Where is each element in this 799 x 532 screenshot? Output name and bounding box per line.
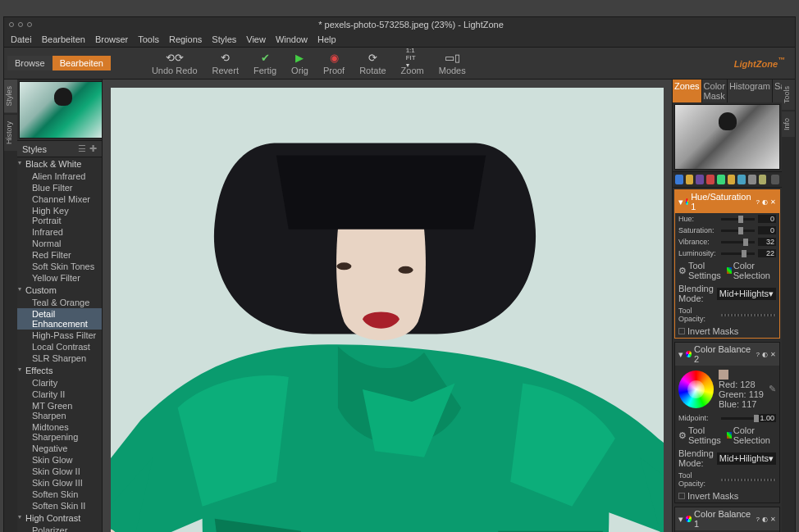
rtab-histogram[interactable]: Histogram [728, 80, 773, 102]
color-balance-1-header[interactable]: ▾ Color Balance 1 ? ◐ ✕ [675, 507, 779, 530]
style-item-skin-glow[interactable]: Skin Glow [17, 454, 102, 466]
hue-saturation-header[interactable]: ▾ Hue/Saturation 1 ? ◐ ✕ [675, 190, 779, 213]
color-wheel-picker[interactable] [678, 371, 714, 408]
menu-regions[interactable]: Regions [169, 34, 202, 44]
style-item-teal-orange[interactable]: Teal & Orange [17, 297, 102, 308]
add-icon[interactable]: ✚ [89, 143, 97, 154]
saturation-slider[interactable]: Saturation:0 [675, 225, 779, 236]
toggle-icon[interactable]: ◐ [762, 516, 768, 523]
style-item-high-pass-filter[interactable]: High-Pass Filter [17, 330, 102, 341]
menu-window[interactable]: Window [276, 34, 308, 44]
blending-mode-dropdown[interactable]: Blending Mode:Mid+Hilights▾ [675, 282, 779, 305]
invert-masks-checkbox[interactable] [678, 493, 685, 499]
help-icon[interactable]: ? [756, 198, 760, 206]
style-group-high-contrast[interactable]: High Contrast [17, 512, 102, 525]
close-icon[interactable]: ✕ [770, 198, 776, 206]
menu-browser[interactable]: Browser [95, 34, 128, 44]
proof-button[interactable]: ◉Proof [323, 51, 345, 75]
tool-settings-tab[interactable]: ⚙ Tool Settings [678, 425, 722, 445]
toggle-icon[interactable]: ◐ [762, 351, 768, 358]
menu-bearbeiten[interactable]: Bearbeiten [42, 34, 85, 44]
style-item-soften-skin[interactable]: Soften Skin [17, 489, 102, 500]
tab-browse[interactable]: Browse [7, 56, 53, 70]
style-item-soften-skin-ii[interactable]: Soften Skin II [17, 500, 102, 512]
vibrance-slider[interactable]: Vibrance:32 [675, 236, 779, 248]
tool-opacity-slider[interactable]: Tool Opacity: [675, 470, 779, 489]
eyedropper-icon[interactable]: ✎ [769, 384, 776, 394]
rotate-button[interactable]: ⟳Rotate [359, 51, 386, 75]
styles-tree[interactable]: Black & WhiteAlien InfraredBlue FilterCh… [17, 157, 102, 532]
style-item-red-filter[interactable]: Red Filter [17, 249, 102, 261]
style-item-local-contrast[interactable]: Local Contrast [17, 341, 102, 352]
close-icon[interactable]: ✕ [770, 351, 776, 358]
vtab-history[interactable]: History [4, 115, 17, 151]
tool-icon[interactable] [686, 175, 694, 184]
tool-opacity-slider[interactable]: Tool Opacity: [675, 305, 779, 325]
zoom-button[interactable]: 1:1 FIT ▾Zoom [401, 51, 424, 75]
toggle-icon[interactable]: ◐ [762, 198, 768, 206]
rtab-color-mask[interactable]: Color Mask [702, 80, 728, 102]
window-controls[interactable] [9, 22, 32, 27]
menu-icon[interactable]: ☰ [78, 143, 86, 154]
tool-icon[interactable] [728, 175, 736, 184]
help-icon[interactable]: ? [756, 516, 760, 523]
delete-icon[interactable] [771, 175, 779, 184]
undo-redo-button[interactable]: ⟲⟳Undo Redo [152, 51, 198, 75]
tool-icon[interactable] [748, 175, 756, 184]
style-item-normal[interactable]: Normal [17, 238, 102, 249]
menu-help[interactable]: Help [317, 34, 336, 44]
style-item-midtones-sharpening[interactable]: Midtones Sharpening [17, 421, 102, 443]
rtab-zones[interactable]: Zones [673, 80, 702, 102]
style-item-polarizer[interactable]: Polarizer [17, 525, 102, 532]
rtab-sampler[interactable]: Sampler [773, 80, 782, 102]
vtab-info[interactable]: Info [782, 111, 795, 137]
revert-button[interactable]: ⟲Revert [212, 51, 239, 75]
tool-icon[interactable] [696, 175, 704, 184]
menu-view[interactable]: View [246, 34, 266, 44]
style-group-custom[interactable]: Custom [17, 284, 102, 297]
menu-styles[interactable]: Styles [212, 34, 236, 44]
tool-icon[interactable] [717, 175, 725, 184]
hue-slider[interactable]: Hue:0 [675, 213, 779, 225]
midpoint-slider[interactable]: Midpoint:1.00 [675, 412, 779, 424]
color-selection-tab[interactable]: Color Selection [727, 261, 776, 280]
help-icon[interactable]: ? [756, 351, 760, 358]
style-item-negative[interactable]: Negative [17, 443, 102, 454]
tool-icon[interactable] [706, 175, 715, 184]
color-selection-tab[interactable]: Color Selection [727, 425, 776, 445]
style-item-infrared[interactable]: Infrared [17, 226, 102, 238]
style-item-alien-infrared[interactable]: Alien Infrared [17, 171, 102, 182]
luminosity-slider[interactable]: Luminosity:22 [675, 248, 779, 259]
blending-mode-dropdown[interactable]: Blending Mode:Mid+Hilights▾ [675, 447, 779, 470]
style-item-slr-sharpen[interactable]: SLR Sharpen [17, 352, 102, 364]
menu-tools[interactable]: Tools [138, 34, 159, 44]
tab-edit[interactable]: Bearbeiten [53, 56, 111, 70]
style-item-detail-enhancement[interactable]: Detail Enhancement [17, 308, 102, 330]
style-item-clarity[interactable]: Clarity [17, 377, 102, 389]
style-item-high-key-portrait[interactable]: High Key Portrait [17, 205, 102, 226]
image-canvas[interactable] [111, 88, 664, 532]
vtab-tools[interactable]: Tools [782, 80, 795, 110]
style-item-yellow-filter[interactable]: Yellow Filter [17, 272, 102, 284]
close-icon[interactable]: ✕ [770, 516, 776, 523]
tool-icon[interactable] [675, 175, 683, 184]
style-group-effects[interactable]: Effects [17, 364, 102, 377]
style-item-skin-glow-iii[interactable]: Skin Glow III [17, 477, 102, 489]
orig-button[interactable]: ▶Orig [291, 51, 308, 75]
tool-icon[interactable] [737, 175, 746, 184]
zone-preview[interactable] [674, 104, 780, 170]
tool-settings-tab[interactable]: ⚙ Tool Settings [678, 261, 722, 280]
style-item-soft-skin-tones[interactable]: Soft Skin Tones [17, 261, 102, 272]
invert-masks-checkbox[interactable] [678, 328, 685, 334]
style-group-black-white[interactable]: Black & White [17, 157, 102, 171]
style-item-clarity-ii[interactable]: Clarity II [17, 389, 102, 400]
style-item-channel-mixer[interactable]: Channel Mixer [17, 193, 102, 205]
menu-datei[interactable]: Datei [11, 34, 32, 44]
tool-icon[interactable] [759, 175, 767, 184]
modes-button[interactable]: ▭▯Modes [439, 51, 466, 75]
done-button[interactable]: ✔Fertig [253, 51, 276, 75]
thumbnail-preview[interactable] [19, 81, 102, 139]
style-item-skin-glow-ii[interactable]: Skin Glow II [17, 466, 102, 477]
canvas-area[interactable] [103, 80, 672, 532]
vtab-styles[interactable]: Styles [4, 80, 17, 113]
